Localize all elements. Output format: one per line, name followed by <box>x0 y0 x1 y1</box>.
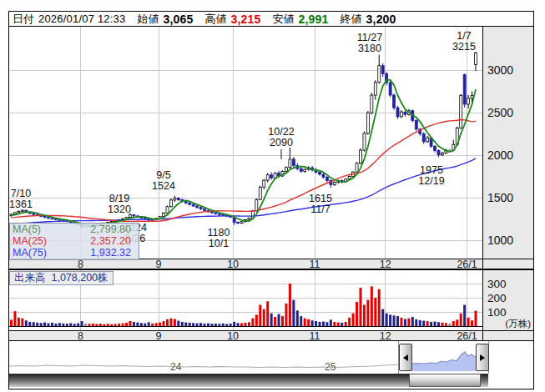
svg-text:3215: 3215 <box>452 41 476 53</box>
open-value: 3,065 <box>163 13 193 26</box>
price-tick-label: 2500 <box>487 106 513 119</box>
svg-text:200: 200 <box>487 292 507 304</box>
svg-text:8/19: 8/19 <box>109 193 129 204</box>
svg-text:1361: 1361 <box>9 199 33 210</box>
date-label: 日付 <box>13 12 34 27</box>
svg-text:100: 100 <box>487 306 507 319</box>
year-label: 24 <box>170 361 182 373</box>
date-value: 2026/01/07 12:33 <box>38 13 125 25</box>
svg-text:12/19: 12/19 <box>418 175 444 187</box>
svg-text:1/7: 1/7 <box>457 30 471 42</box>
svg-text:11/27: 11/27 <box>357 32 382 43</box>
quote-header: 日付 2026/01/07 12:33 始値 3,065 高値 3,215 安値… <box>8 11 534 27</box>
right-arrow-icon <box>480 354 485 361</box>
close-value: 3,200 <box>366 13 396 26</box>
volume-value: 1,078,200株 <box>51 272 108 284</box>
ma75-row: MA(75) 1,932.32 <box>13 248 136 259</box>
svg-text:300: 300 <box>487 278 507 290</box>
svg-text:9: 9 <box>156 259 162 270</box>
svg-text:7/10: 7/10 <box>11 188 31 199</box>
volume-legend: 出来高 1,078,200株 <box>9 271 114 285</box>
ma75-label: MA(75) <box>13 248 59 259</box>
price-tick-label: 1000 <box>487 234 513 247</box>
svg-text:10/22: 10/22 <box>268 126 294 138</box>
open-label: 始値 <box>137 12 159 27</box>
stock-chart-widget: 日付 2026/01/07 12:33 始値 3,065 高値 3,215 安値… <box>0 0 545 392</box>
svg-text:1615: 1615 <box>309 193 332 204</box>
ma5-row: MA(5) 2,799.80 <box>13 224 136 236</box>
nav-left-handle[interactable] <box>399 344 412 371</box>
low-value: 2,991 <box>299 13 329 26</box>
svg-text:1320: 1320 <box>108 204 131 215</box>
high-value: 3,215 <box>230 13 260 26</box>
svg-text:11: 11 <box>310 330 320 342</box>
nav-right-handle[interactable] <box>476 344 489 371</box>
svg-text:11: 11 <box>310 259 320 270</box>
ma5-value: 2,799.80 <box>59 224 136 236</box>
low-label: 安値 <box>273 12 295 27</box>
svg-text:(万株): (万株) <box>505 319 531 329</box>
price-tick-label: 2000 <box>487 148 513 162</box>
year-label: 25 <box>325 361 336 373</box>
price-tick-label: 1500 <box>487 191 513 204</box>
ma25-value: 2,357.20 <box>59 236 136 248</box>
svg-text:1180: 1180 <box>208 227 230 239</box>
svg-text:12: 12 <box>380 259 391 270</box>
ma25-row: MA(25) 2,357.20 <box>13 236 136 248</box>
close-label: 終値 <box>341 12 362 27</box>
svg-text:12: 12 <box>380 330 391 342</box>
volume-label: 出来高 <box>14 272 46 284</box>
ma25-label: MA(25) <box>13 236 59 248</box>
svg-text:9/5: 9/5 <box>156 169 170 181</box>
price-tick-label: 3000 <box>487 63 513 77</box>
ma75-value: 1,932.32 <box>59 248 136 259</box>
scrollbar-thumb[interactable] <box>409 374 481 387</box>
svg-text:1524: 1524 <box>152 180 175 192</box>
range-navigator[interactable]: 2425 <box>8 340 534 389</box>
svg-text:10: 10 <box>227 259 239 270</box>
ma5-label: MA(5) <box>13 224 59 236</box>
svg-text:8: 8 <box>78 330 83 342</box>
svg-text:9: 9 <box>156 330 162 342</box>
left-arrow-icon <box>403 354 408 361</box>
high-label: 高値 <box>204 12 226 27</box>
svg-text:3180: 3180 <box>358 43 381 54</box>
svg-text:11/7: 11/7 <box>310 204 330 215</box>
svg-text:26/1: 26/1 <box>457 259 477 270</box>
svg-text:10/1: 10/1 <box>209 238 229 249</box>
svg-text:26/1: 26/1 <box>457 330 477 342</box>
svg-text:2090: 2090 <box>270 137 293 148</box>
navigator-minichart: 2425 <box>9 341 533 374</box>
svg-text:10: 10 <box>227 330 239 342</box>
ma-legend: MA(5) 2,799.80 MA(25) 2,357.20 MA(75) 1,… <box>9 223 139 260</box>
svg-text:1975: 1975 <box>420 164 443 176</box>
scrollbar-track[interactable] <box>9 374 488 387</box>
